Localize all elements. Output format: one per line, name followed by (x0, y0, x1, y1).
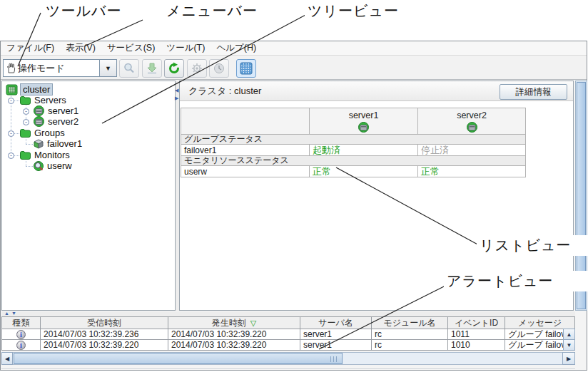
alert-view-splitter[interactable]: ▲ ▼ (1, 311, 575, 316)
alert-scroll-up-button[interactable]: ▲ (563, 329, 575, 340)
tree-node-label: server2 (48, 116, 78, 127)
download-arrow-icon (146, 62, 158, 75)
tree-connector (26, 166, 33, 167)
tree-connector (14, 155, 19, 156)
annotation-alertview: アラートビュー (444, 271, 588, 291)
figure-canvas: { "annotations": { "toolbar": "ツールバー", "… (0, 0, 588, 372)
tree-expand-handle[interactable]: - (23, 108, 29, 115)
tree-expand-handle[interactable]: - (8, 98, 14, 104)
reload-button[interactable] (164, 59, 184, 78)
operation-mode-combobox[interactable]: 操作モード ▼ (3, 59, 117, 77)
clock-icon (213, 62, 225, 75)
annotation-listview: リストビュー (477, 235, 588, 256)
tree-connector (26, 144, 33, 145)
folder-icon (19, 95, 31, 105)
tree-node-userw[interactable]: userw (33, 160, 72, 171)
alert-col-type[interactable]: 種類 (1, 316, 41, 329)
menu-tool[interactable]: ツール(T) (161, 41, 211, 55)
collect-logs-button[interactable] (142, 59, 162, 78)
hand-icon (6, 63, 16, 73)
tree-expand-handle[interactable]: - (8, 153, 14, 159)
alert-row-server: server1 (300, 339, 372, 351)
alert-row-message: グループ failov. (505, 329, 564, 340)
splitter-collapse-left-icon[interactable]: ◀ (175, 88, 178, 93)
status-table-header-server1: server1 (309, 108, 418, 135)
status-cell-failover1-server1: 起動済 (309, 144, 418, 156)
menu-service[interactable]: サービス(S) (101, 41, 161, 55)
info-icon: i (16, 330, 26, 339)
tree-node-monitors[interactable]: Monitors (19, 150, 70, 160)
tree-node-failover1[interactable]: failover1 (33, 138, 82, 149)
operation-mode-value: 操作モード (16, 62, 99, 75)
alert-row-type: i (1, 339, 41, 351)
integrated-manager-button[interactable] (236, 59, 256, 78)
scrollbar-thumb[interactable] (14, 353, 343, 364)
tree-connector (26, 161, 26, 166)
tree-node-groups[interactable]: Groups (19, 128, 65, 138)
status-cell-failover1-server2: 停止済 (417, 144, 526, 156)
tree-connector (14, 133, 19, 134)
sort-desc-icon: ▽ (250, 319, 256, 328)
alert-col-module[interactable]: モジュール名 (371, 316, 448, 329)
splitter-expand-right-icon[interactable]: ▶ (175, 95, 178, 100)
search-button[interactable] (119, 59, 139, 78)
alert-row-message: グループ failov. (505, 339, 564, 351)
tree-node-label: server1 (48, 105, 78, 116)
options-button[interactable] (187, 59, 207, 78)
tree-node-servers[interactable]: Servers (19, 95, 66, 105)
folder-icon (19, 150, 31, 160)
alert-row-module: rc (371, 339, 448, 351)
combo-dropdown-button[interactable]: ▼ (99, 60, 116, 76)
alert-col-occurred[interactable]: 発生時刻 ▽ (168, 316, 300, 329)
annotation-menubar: メニューバー (163, 1, 260, 21)
splitter-down-icon[interactable]: ▼ (11, 311, 16, 316)
alert-horizontal-scrollbar[interactable] (1, 352, 575, 365)
status-table-header-server2: server2 (417, 108, 526, 135)
tree-node-label: cluster (20, 83, 53, 95)
time-info-button[interactable] (209, 59, 229, 78)
status-row-name: failover1 (181, 144, 310, 156)
alert-row-type: i (1, 329, 41, 340)
alert-row-server: server1 (300, 329, 372, 340)
tree-expand-handle[interactable]: - (8, 130, 14, 137)
splitter-up-icon[interactable]: ▲ (4, 311, 9, 316)
tree-node-label: Monitors (34, 150, 70, 160)
chevron-down-icon: ▼ (105, 65, 111, 72)
alert-col-eventid[interactable]: イベントID (447, 316, 505, 329)
menu-file[interactable]: ファイル(F) (1, 41, 60, 55)
server-icon (33, 116, 45, 127)
server-column-label: server1 (349, 110, 379, 120)
tree-node-server1[interactable]: server1 (33, 105, 78, 116)
refresh-icon (168, 62, 181, 75)
alert-row-occurred: 2014/07/03 10:32:39.220 (168, 329, 300, 340)
alert-col-server[interactable]: サーバ名 (300, 316, 372, 329)
grid-window-icon (239, 61, 253, 76)
scroll-up-icon: ▲ (567, 331, 572, 338)
scrollbar-grip (330, 356, 338, 362)
folder-icon (19, 128, 31, 138)
tree-node-cluster[interactable]: cluster (6, 83, 53, 95)
scroll-left-icon: ◀ (5, 356, 9, 362)
tree-expand-handle[interactable]: - (23, 119, 29, 125)
scroll-left-button[interactable]: ◀ (1, 352, 13, 365)
tree-connector (26, 139, 26, 144)
scroll-right-button[interactable]: ▶ (562, 352, 575, 365)
section-header-group-status: グループステータス (181, 134, 526, 145)
menu-help[interactable]: ヘルプ(H) (211, 41, 262, 55)
detail-info-button[interactable]: 詳細情報 (500, 84, 567, 100)
menu-view[interactable]: 表示(V) (60, 41, 101, 55)
alert-row-received: 2014/07/03 10:32:39.220 (40, 339, 168, 351)
alert-col-received[interactable]: 受信時刻 (40, 316, 168, 329)
tree-view: cluster - Servers - server1 - server2 - … (1, 81, 176, 311)
info-icon: i (16, 341, 26, 350)
alert-row-module: rc (371, 329, 448, 340)
section-header-monitor-status: モニタリソースステータス (181, 155, 526, 166)
status-cell-userw-server1: 正常 (309, 165, 418, 177)
tree-node-label: Groups (34, 128, 65, 138)
alert-scroll-down-button[interactable]: ▼ (563, 339, 575, 351)
toolbar: 操作モード ▼ (1, 56, 587, 80)
tree-node-server2[interactable]: server2 (33, 116, 78, 127)
server-icon (33, 105, 45, 116)
alert-col-message[interactable]: メッセージ (505, 316, 575, 329)
server-icon (358, 122, 370, 133)
